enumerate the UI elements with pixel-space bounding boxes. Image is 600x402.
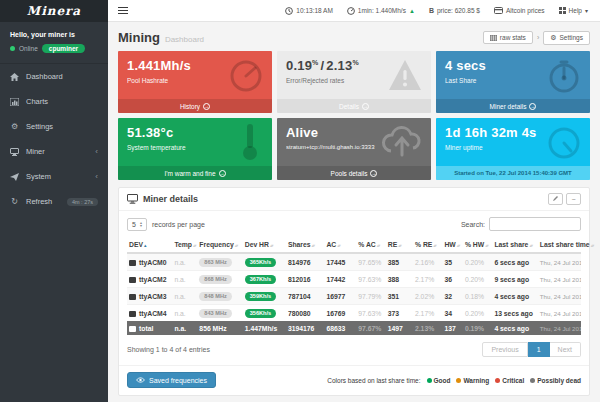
sidebar-item-refresh[interactable]: ↻ Refresh 4m : 27s [0, 189, 108, 214]
details-link[interactable]: Details → [277, 99, 431, 113]
page-1-button[interactable]: 1 [528, 342, 550, 357]
breadcrumb-separator: › [537, 34, 539, 41]
sort-icon: ▴▾ [377, 243, 380, 248]
column-header-temp[interactable]: Temp▴▾ [172, 237, 197, 253]
device-cell: ttyACM2 [127, 271, 172, 288]
arrow-circle-icon: → [203, 103, 210, 110]
sort-icon: ▴▾ [485, 243, 488, 248]
hashrate-badge: 367Kh/s [245, 275, 276, 284]
miner-details-link[interactable]: Miner details → [436, 99, 590, 113]
previous-page-button[interactable]: Previous [482, 342, 527, 357]
sort-icon: ▴▾ [193, 243, 196, 248]
paper-plane-icon [10, 173, 19, 181]
gauge-icon [347, 7, 355, 15]
warning-dot-icon [456, 378, 461, 383]
possibly-dead-dot-icon [530, 378, 535, 383]
column-header-hw[interactable]: HW▴▾ [442, 237, 462, 253]
pools-details-link[interactable]: Pools details → [277, 166, 431, 180]
greeting-text: Hello, your miner is [10, 31, 98, 38]
panel-title: Miner details [143, 194, 198, 204]
frequency-badge: 868 MHz [199, 275, 231, 284]
critical-dot-icon [495, 378, 500, 383]
frequency-badge: 843 MHz [199, 309, 231, 318]
column-header-ac[interactable]: AC▴▾ [324, 237, 356, 253]
miner-table: DEV▴Temp▴▾Frequency▴▾Dev HR▴▾Shares▴▾AC▴… [127, 237, 581, 335]
table-icon [490, 35, 497, 41]
search-label: Search: [461, 221, 485, 228]
app-logo[interactable]: Minera [0, 0, 108, 22]
clock-icon [546, 125, 582, 161]
column-header-frequency[interactable]: Frequency▴▾ [197, 237, 242, 253]
miner-type-badge[interactable]: cpuminer [42, 44, 85, 53]
uptime-started-label: Started on Tue, 22 Jul 2014 15:40:39 GMT [436, 166, 590, 180]
pagination: Previous 1 Next [482, 342, 581, 357]
stepper-icons: ▴▾ [140, 221, 142, 228]
column-header--hw[interactable]: % HW▴▾ [463, 237, 493, 253]
page-size-select[interactable]: 5 ▴▾ [127, 218, 147, 231]
chevron-down-icon: ▾ [585, 7, 588, 14]
hashrate-badge: 356Kh/s [245, 309, 276, 318]
minera-app: Minera Hello, your miner is Online cpumi… [0, 0, 600, 402]
history-link[interactable]: History → [118, 99, 272, 113]
infobox-grid: 1.441Mh/s Pool Hashrate History → 0.19%/… [118, 51, 590, 180]
sort-icon: ▴ [144, 242, 146, 248]
topbar-help-menu[interactable]: Help ▾ [559, 7, 588, 14]
trend-up-icon: ▲ [409, 8, 415, 14]
infobox-pool-hashrate: 1.441Mh/s Pool Hashrate History → [118, 51, 272, 113]
collapse-panel-button[interactable]: − [566, 193, 581, 205]
device-cell: ttyACM3 [127, 288, 172, 305]
column-header--ac[interactable]: % AC▴▾ [356, 237, 386, 253]
sort-icon: ▴▾ [433, 243, 436, 248]
sidebar-item-miner[interactable]: Miner ‹ [0, 139, 108, 164]
sidebar-item-label: Charts [26, 97, 48, 106]
column-header--re[interactable]: % RE▴▾ [413, 237, 443, 253]
sidebar-item-label: Dashboard [26, 72, 63, 81]
online-status-dot [10, 46, 15, 51]
infobox-pool-status: Alive stratum+tcp://multi.ghash.io:3333 … [277, 118, 431, 180]
edit-panel-button[interactable] [548, 193, 563, 205]
legend-possibly-dead: Possibly dead [530, 377, 581, 384]
sidebar-item-system[interactable]: System ‹ [0, 164, 108, 189]
table-header-row: DEV▴Temp▴▾Frequency▴▾Dev HR▴▾Shares▴▾AC▴… [127, 237, 581, 253]
settings-button[interactable]: ⚙ Settings [543, 31, 590, 45]
gear-icon: ⚙ [550, 34, 556, 42]
legend-critical: Critical [495, 377, 524, 384]
hdd-icon [129, 311, 136, 317]
column-header-last-share[interactable]: Last share▴▾ [492, 237, 537, 253]
topbar-altcoin-prices[interactable]: Altcoin prices [494, 7, 545, 14]
arrow-circle-icon: → [529, 103, 536, 110]
search-input[interactable] [489, 217, 581, 231]
device-cell: ttyACM4 [127, 305, 172, 322]
sidebar-item-label: Miner [26, 147, 45, 156]
thermometer-icon [242, 123, 258, 161]
gear-icon: ⚙ [10, 122, 19, 131]
infobox-error-rates: 0.19%/2.13% Error/Rejected rates Details… [277, 51, 431, 113]
hdd-icon [129, 260, 136, 266]
online-status-label: Online [19, 45, 38, 52]
arrow-circle-icon: → [219, 170, 226, 177]
saved-frequencies-button[interactable]: Saved frequencies [127, 372, 216, 388]
sidebar-item-settings[interactable]: ⚙ Settings [0, 114, 108, 139]
next-page-button[interactable]: Next [550, 342, 581, 357]
column-header-shares[interactable]: Shares▴▾ [286, 237, 325, 253]
column-header-re[interactable]: RE▴▾ [386, 237, 413, 253]
main-content: Mining Dashboard raw stats › ⚙ Settings … [108, 22, 600, 402]
raw-stats-button[interactable]: raw stats [483, 31, 533, 44]
menu-toggle-icon[interactable] [118, 5, 128, 16]
chevron-left-icon: ‹ [95, 147, 98, 156]
column-header-dev[interactable]: DEV▴ [127, 237, 172, 253]
frequency-badge: 863 MHz [199, 258, 231, 267]
user-panel: Hello, your miner is Online cpuminer [0, 22, 108, 64]
arrow-circle-icon: → [370, 170, 377, 177]
temperature-status-link[interactable]: I'm warm and fine → [118, 166, 272, 180]
sidebar-item-charts[interactable]: Charts [0, 89, 108, 114]
hashrate-badge: 365Kh/s [245, 258, 276, 267]
topbar-hashrate: 1min: 1.440Mh/s ▲ [347, 7, 415, 15]
sidebar-item-dashboard[interactable]: Dashboard [0, 64, 108, 89]
column-header-last-share-time[interactable]: Last share time▴▾ [538, 237, 581, 253]
home-icon [10, 73, 19, 81]
gauge-icon [228, 58, 264, 94]
sort-icon: ▴▾ [337, 243, 340, 248]
stopwatch-icon [546, 58, 582, 94]
column-header-dev-hr[interactable]: Dev HR▴▾ [243, 237, 286, 253]
